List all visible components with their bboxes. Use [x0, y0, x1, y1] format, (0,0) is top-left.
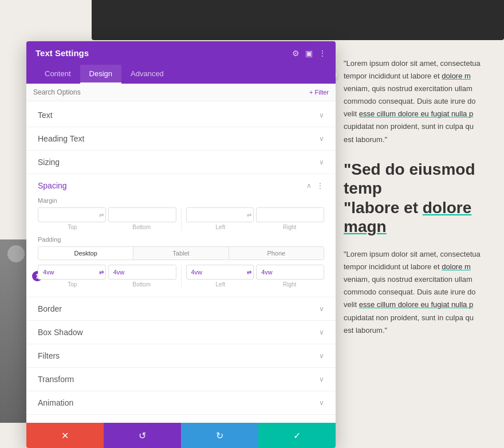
- section-border[interactable]: Border ∨: [26, 297, 336, 321]
- top-bar: [92, 0, 504, 40]
- margin-bottom-label: Bottom: [107, 224, 176, 230]
- padding-inputs-container: 1 ⇄ Top: [38, 265, 324, 288]
- padding-top-input[interactable]: [38, 265, 106, 280]
- right-para-2: "Lorem ipsum dolor sit amet, consectetua…: [344, 248, 498, 337]
- margin-divider: [181, 207, 182, 230]
- margin-inputs: ⇄ Top Bottom: [38, 207, 324, 230]
- modal-header-icons: ⚙ ▣ ⋮: [292, 49, 326, 58]
- padding-top-bottom-wrapper: ⇄ Top Bottom: [38, 265, 176, 288]
- spacing-title: Spacing: [38, 181, 67, 190]
- section-box-shadow-label: Box Shadow: [38, 328, 83, 337]
- filters-chevron-icon: ∨: [319, 352, 324, 360]
- heading-text-chevron-icon: ∨: [319, 135, 324, 143]
- animation-chevron-icon: ∨: [319, 399, 324, 407]
- tab-advanced[interactable]: Advanced: [121, 65, 173, 84]
- big-quote: "Sed do eiusmod temp "labore et dolore m…: [344, 160, 498, 237]
- margin-bottom-input[interactable]: [108, 207, 176, 222]
- search-input[interactable]: [33, 88, 309, 96]
- margin-top-label: Top: [38, 224, 107, 230]
- padding-divider: [181, 265, 182, 288]
- modal-header: Text Settings ⚙ ▣ ⋮: [26, 41, 336, 65]
- margin-top-bottom-wrapper: ⇄ Top Bottom: [38, 207, 176, 230]
- filter-button[interactable]: + Filter: [309, 89, 329, 96]
- tab-design[interactable]: Design: [80, 65, 121, 84]
- padding-top-label: Top: [38, 281, 107, 288]
- padding-inputs: ⇄ Top Bottom: [38, 265, 324, 288]
- section-filters-label: Filters: [38, 351, 60, 360]
- box-shadow-chevron-icon: ∨: [319, 328, 324, 336]
- sizing-chevron-icon: ∨: [319, 158, 324, 166]
- section-spacing: Spacing ∧ ⋮ Margin ⇄: [26, 174, 336, 297]
- padding-right-label: Right: [255, 281, 324, 288]
- padding-left-right-wrapper: ⇄ Left Right: [186, 265, 325, 288]
- redo-button[interactable]: ↻: [181, 423, 258, 448]
- section-box-shadow[interactable]: Box Shadow ∨: [26, 321, 336, 344]
- padding-left-input[interactable]: [186, 265, 254, 280]
- margin-top-input[interactable]: [38, 207, 106, 222]
- modal-title: Text Settings: [36, 48, 89, 58]
- spacing-collapse-icon[interactable]: ∧: [306, 182, 312, 190]
- section-heading-text[interactable]: Heading Text ∨: [26, 127, 336, 151]
- margin-left-right-link-icon: ⇄: [247, 212, 251, 218]
- border-chevron-icon: ∨: [319, 305, 324, 313]
- margin-label: Margin: [38, 197, 324, 204]
- section-transform-label: Transform: [38, 375, 74, 384]
- padding-left-right-link-icon: ⇄: [247, 269, 251, 276]
- transform-chevron-icon: ∨: [319, 375, 324, 383]
- margin-top-bottom-link-icon: ⇄: [99, 212, 104, 218]
- section-sizing[interactable]: Sizing ∨: [26, 151, 336, 174]
- right-content-area: "Lorem ipsum dolor sit amet, consectetua…: [338, 46, 504, 448]
- cancel-button[interactable]: ✕: [26, 423, 104, 448]
- padding-left-label: Left: [186, 281, 255, 288]
- section-animation-label: Animation: [38, 398, 73, 407]
- section-text-label: Text: [38, 111, 53, 120]
- section-animation[interactable]: Animation ∨: [26, 391, 336, 415]
- section-border-label: Border: [38, 304, 62, 313]
- padding-bottom-input[interactable]: [108, 265, 176, 280]
- columns-icon[interactable]: ▣: [305, 49, 313, 58]
- right-para-1: "Lorem ipsum dolor sit amet, consectetua…: [344, 57, 498, 146]
- device-tab-desktop[interactable]: Desktop: [38, 247, 133, 260]
- padding-right-input[interactable]: [256, 265, 324, 280]
- modal-body: Text ∨ Heading Text ∨ Sizing ∨ Spacing ∧…: [26, 101, 336, 423]
- text-chevron-icon: ∨: [319, 111, 324, 119]
- search-bar: + Filter: [26, 84, 336, 101]
- spacing-header-icons: ∧ ⋮: [306, 181, 324, 190]
- section-transform[interactable]: Transform ∨: [26, 368, 336, 391]
- margin-left-right-wrapper: ⇄ Left Right: [186, 207, 325, 230]
- section-filters[interactable]: Filters ∨: [26, 344, 336, 368]
- section-text[interactable]: Text ∨: [26, 104, 336, 127]
- device-tab-tablet[interactable]: Tablet: [133, 247, 229, 260]
- padding-bottom-label: Bottom: [107, 281, 176, 288]
- section-heading-text-label: Heading Text: [38, 134, 84, 143]
- margin-left-label: Left: [186, 224, 255, 230]
- section-sizing-label: Sizing: [38, 158, 60, 167]
- spacing-header: Spacing ∧ ⋮: [38, 181, 324, 190]
- margin-right-input[interactable]: [256, 207, 324, 222]
- undo-button[interactable]: ↺: [104, 423, 181, 448]
- device-tab-phone[interactable]: Phone: [229, 247, 324, 260]
- more-options-icon[interactable]: ⋮: [318, 49, 326, 58]
- text-settings-modal: Text Settings ⚙ ▣ ⋮ Content Design Advan…: [26, 41, 336, 448]
- device-tabs: Desktop Tablet Phone: [38, 246, 324, 260]
- save-button[interactable]: ✓: [258, 423, 336, 448]
- margin-left-input[interactable]: [186, 207, 254, 222]
- tab-content[interactable]: Content: [36, 65, 80, 84]
- spacing-more-icon[interactable]: ⋮: [316, 181, 324, 190]
- padding-top-bottom-link-icon: ⇄: [99, 269, 104, 276]
- margin-right-label: Right: [255, 224, 324, 230]
- padding-label: Padding: [38, 236, 324, 243]
- modal-tabs: Content Design Advanced: [26, 65, 336, 84]
- modal-footer: ✕ ↺ ↻ ✓: [26, 423, 336, 448]
- settings-icon[interactable]: ⚙: [292, 49, 300, 58]
